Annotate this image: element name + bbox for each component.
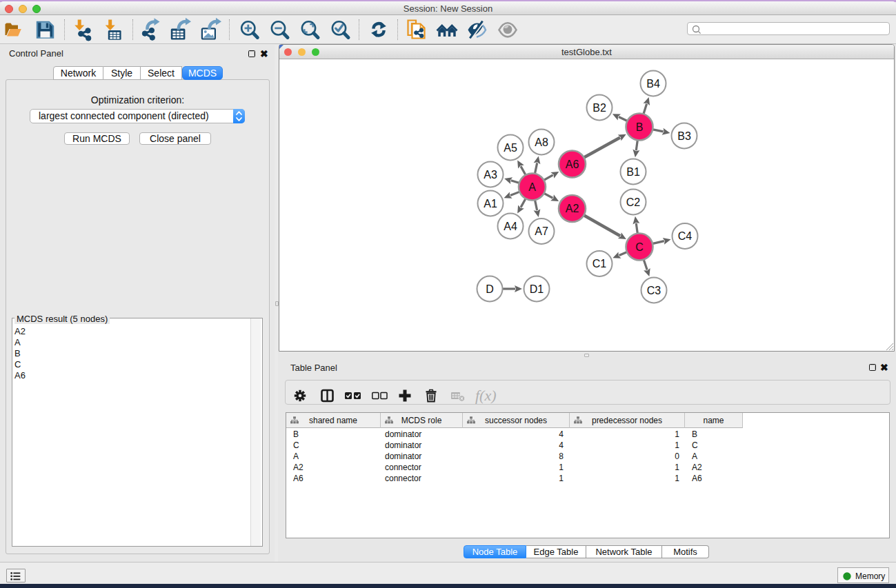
svg-text:C2: C2: [626, 196, 641, 208]
svg-text:A: A: [528, 181, 536, 193]
svg-text:B: B: [636, 121, 644, 133]
svg-text:B2: B2: [593, 102, 606, 114]
svg-text:B3: B3: [677, 130, 691, 142]
svg-text:B1: B1: [626, 166, 640, 178]
svg-text:C4: C4: [678, 230, 693, 242]
svg-text:A3: A3: [484, 169, 497, 181]
svg-text:D1: D1: [530, 283, 544, 295]
svg-text:A2: A2: [566, 203, 579, 214]
svg-text:A8: A8: [535, 136, 548, 148]
svg-text:A5: A5: [504, 142, 517, 154]
svg-text:D: D: [486, 283, 494, 295]
svg-text:C1: C1: [593, 258, 607, 270]
svg-text:A7: A7: [535, 225, 548, 237]
svg-text:C: C: [635, 241, 644, 253]
svg-text:A6: A6: [566, 159, 579, 170]
svg-text:B4: B4: [646, 78, 660, 90]
svg-text:A4: A4: [504, 221, 517, 232]
svg-text:A1: A1: [484, 198, 497, 210]
svg-text:C3: C3: [647, 285, 661, 296]
svg-text:f(x): f(x): [475, 387, 497, 404]
